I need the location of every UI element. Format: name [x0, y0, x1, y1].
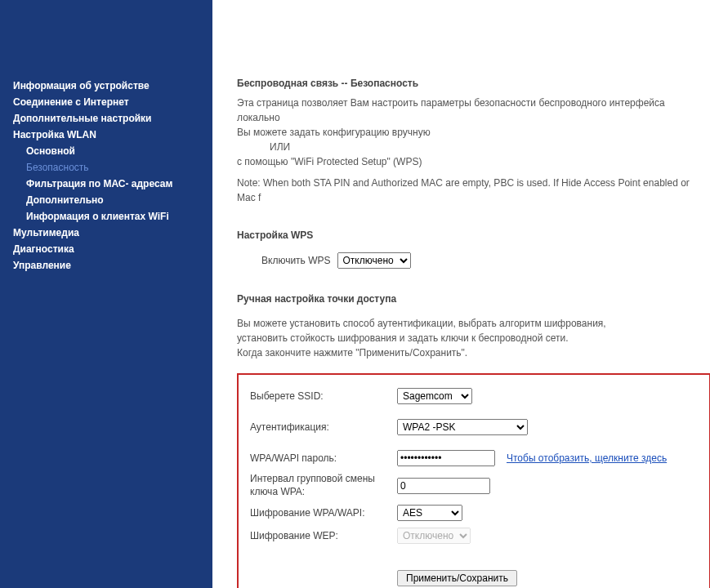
- nav-advanced-settings[interactable]: Дополнительные настройки: [0, 110, 212, 127]
- wps-heading: Настройка WPS: [237, 229, 710, 241]
- content-area: Беспроводная связь -- Безопасность Эта с…: [212, 0, 710, 588]
- note-line: Note: When both STA PIN and Authorized M…: [237, 176, 710, 205]
- manual-desc-1: Вы можете установить способ аутентификац…: [237, 316, 710, 331]
- encryption-select[interactable]: AES: [397, 505, 462, 521]
- wps-enable-label: Включить WPS: [261, 255, 331, 266]
- ssid-select[interactable]: Sagemcom: [397, 388, 472, 404]
- interval-input[interactable]: [397, 478, 490, 494]
- desc-line-2: Вы можете задать конфигурацию вручную: [237, 125, 710, 140]
- encryption-label: Шифрование WPA/WAPI:: [250, 507, 397, 519]
- page-title: Беспроводная связь -- Безопасность: [237, 78, 710, 89]
- manual-heading: Ручная настройка точки доступа: [237, 293, 710, 305]
- nav-wlan-setup[interactable]: Настройка WLAN: [0, 127, 212, 143]
- nav-sub-security[interactable]: Безопасность: [0, 159, 212, 176]
- desc-line-3: ИЛИ: [237, 140, 710, 154]
- nav-multimedia[interactable]: Мультимедиа: [0, 225, 212, 241]
- show-password-link[interactable]: Чтобы отобразить, щелкните здесь: [507, 452, 667, 464]
- nav-internet-connection[interactable]: Соединение с Интернет: [0, 94, 212, 110]
- manual-desc-3: Когда закончите нажмите "Применить/Сохра…: [237, 345, 710, 360]
- wps-enable-select[interactable]: Отключено: [337, 252, 411, 269]
- nav-sub-mac-filter[interactable]: Фильтрация по МАС- адресам: [0, 176, 212, 192]
- desc-line-4: с помощью "WiFi Protected Setup" (WPS): [237, 154, 710, 169]
- interval-label: Интервал групповой смены ключа WPA:: [250, 473, 397, 498]
- password-label: WPA/WAPI пароль:: [250, 452, 397, 464]
- nav-management[interactable]: Управление: [0, 257, 212, 274]
- sidebar: Информация об устройстве Соединение с Ин…: [0, 0, 212, 588]
- save-button[interactable]: Применить/Сохранить: [397, 570, 517, 586]
- nav-sub-basic[interactable]: Основной: [0, 143, 212, 159]
- password-input[interactable]: [397, 450, 495, 466]
- desc-line-1: Эта страница позволяет Вам настроить пар…: [237, 96, 710, 125]
- manual-desc-2: установить стойкость шифрования и задать…: [237, 331, 710, 345]
- wep-label: Шифрование WEP:: [250, 530, 397, 541]
- security-form-box: Выберете SSID: Sagemcom Аутентификация: …: [237, 373, 710, 588]
- ssid-label: Выберете SSID:: [250, 390, 397, 402]
- nav-diagnostics[interactable]: Диагностика: [0, 241, 212, 257]
- auth-select[interactable]: WPA2 -PSK: [397, 419, 528, 435]
- nav-sub-advanced[interactable]: Дополнительно: [0, 192, 212, 208]
- nav-device-info[interactable]: Информация об устройстве: [0, 78, 212, 94]
- auth-label: Аутентификация:: [250, 421, 397, 433]
- wep-select: Отключено: [397, 528, 471, 544]
- nav-sub-wifi-clients[interactable]: Информация о клиентах WiFi: [0, 208, 212, 225]
